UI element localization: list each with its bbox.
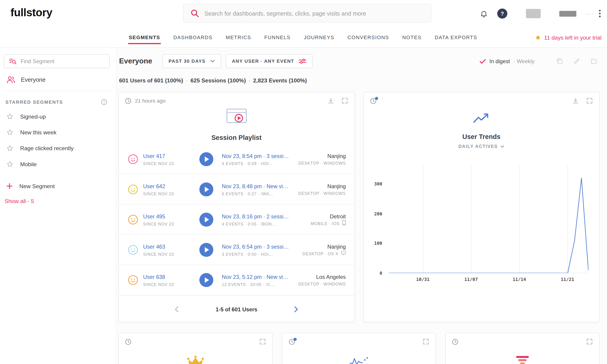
- clock-icon: [125, 338, 132, 345]
- copy-icon[interactable]: [556, 58, 563, 65]
- card-title: Session Playlist: [119, 134, 354, 142]
- play-session-button[interactable]: [199, 152, 213, 166]
- x-axis-labels: 10/3111/0711/1411/21: [388, 276, 588, 284]
- play-session-button[interactable]: [199, 243, 213, 257]
- tab-data-exports[interactable]: DATA EXPORTS: [435, 27, 477, 47]
- find-segment-input[interactable]: [21, 58, 105, 64]
- user-link[interactable]: User 495: [143, 213, 165, 219]
- digest-label: In digest: [489, 58, 510, 64]
- user-link[interactable]: User 638: [143, 274, 165, 280]
- help-icon[interactable]: ?: [497, 9, 507, 19]
- event-filter-button[interactable]: ANY USER · ANY EVENT: [226, 54, 313, 68]
- user-since: SINCE NOV 23: [143, 191, 189, 196]
- user-avatar-smiley-icon: [128, 184, 138, 194]
- next-page-icon[interactable]: [294, 306, 298, 313]
- pagination-text: 1-5 of 601 Users: [216, 306, 257, 312]
- user-link[interactable]: User 642: [143, 183, 165, 189]
- segment-label: Rage clicked recently: [20, 145, 74, 151]
- sparkline-icon: [282, 333, 436, 364]
- user-avatar-smiley-icon: [128, 154, 138, 164]
- sidebar-item-rage-clicked[interactable]: Rage clicked recently: [4, 140, 110, 156]
- toolbar-actions: In digest · Weekly: [479, 58, 600, 65]
- sidebar-item-signed-up[interactable]: Signed-up: [4, 108, 110, 124]
- bell-icon[interactable]: [480, 9, 488, 18]
- global-search-bar[interactable]: [183, 4, 431, 22]
- play-session-button[interactable]: [199, 182, 213, 196]
- star-icon[interactable]: [6, 113, 14, 120]
- session-link[interactable]: Nov 23, 8:16 pm · 2 sessi…: [222, 213, 289, 219]
- trial-countdown-text: 11 days left in your trial: [544, 34, 602, 40]
- everyone-label: Everyone: [21, 76, 45, 83]
- user-link[interactable]: User 417: [143, 153, 165, 159]
- date-range-label: PAST 30 DAYS: [168, 58, 205, 64]
- segments-sidebar: Everyone STARRED SEGMENTS Signed-up New …: [0, 48, 116, 364]
- user-since: SINCE NOV 23: [143, 161, 189, 166]
- fullstory-logo[interactable]: fullstory: [11, 7, 52, 19]
- x-tick-label: 11/14: [512, 276, 526, 282]
- sidebar-item-mobile[interactable]: Mobile: [4, 156, 110, 172]
- user-trends-chart: 0100200300 10/3111/0711/1411/21: [370, 165, 595, 288]
- date-range-dropdown[interactable]: PAST 30 DAYS: [162, 54, 221, 68]
- edit-icon[interactable]: [573, 58, 580, 65]
- session-link[interactable]: Nov 23, 5:12 pm · New vi…: [222, 274, 288, 280]
- metric-selector[interactable]: DAILY ACTIVES: [364, 144, 599, 149]
- download-icon[interactable]: [327, 97, 334, 104]
- top-users-card: [118, 333, 273, 364]
- segment-search-icon: [9, 58, 16, 65]
- expand-icon[interactable]: [586, 97, 593, 104]
- overflow-menu-icon[interactable]: [599, 10, 601, 17]
- play-session-button[interactable]: [199, 212, 213, 226]
- user-link[interactable]: User 463: [143, 243, 165, 249]
- user-since: SINCE NOV 23: [143, 252, 189, 256]
- tab-segments[interactable]: SEGMENTS: [129, 27, 160, 47]
- expand-icon[interactable]: [586, 338, 593, 345]
- prev-page-icon[interactable]: [174, 306, 179, 313]
- folder-icon[interactable]: [590, 58, 597, 65]
- show-all-link[interactable]: Show all - 5: [5, 198, 34, 204]
- find-segment-box[interactable]: [4, 54, 110, 68]
- expand-icon[interactable]: [341, 97, 348, 104]
- download-icon[interactable]: [572, 97, 579, 104]
- tab-journeys[interactable]: JOURNEYS: [304, 27, 334, 47]
- blurred-user-name: [559, 11, 576, 16]
- user-avatar-smiley-icon: [128, 275, 138, 285]
- session-link[interactable]: Nov 23, 6:54 pm · 3 sessi…: [222, 243, 289, 249]
- tab-metrics[interactable]: METRICS: [226, 27, 251, 47]
- primary-nav: SEGMENTS DASHBOARDS METRICS FUNNELS JOUR…: [0, 27, 607, 48]
- session-row: User 495 SINCE NOV 23 Nov 23, 8:16 pm · …: [119, 204, 354, 235]
- sidebar-item-new-this-week[interactable]: New this week: [4, 124, 110, 140]
- phone-icon: [342, 220, 346, 226]
- session-link[interactable]: Nov 23, 8:48 pm · New vi…: [222, 183, 288, 189]
- session-row: User 463 SINCE NOV 23 Nov 23, 6:54 pm · …: [119, 235, 354, 265]
- tab-notes[interactable]: NOTES: [402, 27, 422, 47]
- last-updated-text: 21 hours ago: [135, 98, 166, 104]
- sidebar-item-everyone[interactable]: Everyone: [4, 68, 110, 91]
- play-session-button[interactable]: [199, 273, 213, 287]
- metric-label: DAILY ACTIVES: [458, 144, 498, 149]
- global-search-input[interactable]: [205, 10, 424, 16]
- session-location: Los Angeles: [298, 274, 346, 280]
- tab-dashboards[interactable]: DASHBOARDS: [173, 27, 212, 47]
- tab-conversions[interactable]: CONVERSIONS: [347, 27, 389, 47]
- trial-countdown[interactable]: 11 days left in your trial: [535, 27, 602, 48]
- tab-funnels[interactable]: FUNNELS: [264, 27, 291, 47]
- session-link[interactable]: Nov 23, 8:54 pm · 3 sessi…: [222, 153, 289, 159]
- chevron-down-icon: [210, 60, 215, 63]
- event-filter-label: ANY USER · ANY EVENT: [232, 58, 294, 64]
- star-icon[interactable]: [6, 144, 14, 152]
- session-location: Detroit: [311, 213, 346, 219]
- fullstory-app: fullstory ? ··· SEGMENTS: [0, 0, 607, 364]
- app-header: fullstory ? ···: [0, 0, 607, 27]
- info-icon[interactable]: [101, 99, 108, 105]
- expand-icon[interactable]: [259, 338, 266, 345]
- new-segment-button[interactable]: New Segment: [4, 178, 110, 194]
- star-icon[interactable]: [6, 160, 14, 168]
- crown-icon: [119, 333, 272, 364]
- star-icon[interactable]: [6, 129, 14, 136]
- session-device: DESKTOP · OS X: [303, 251, 339, 256]
- y-tick-label: 100: [374, 241, 382, 246]
- expand-icon[interactable]: [423, 338, 429, 345]
- digest-toggle[interactable]: In digest · Weekly: [479, 58, 535, 64]
- card-title: User Trends: [364, 133, 599, 141]
- session-device: MOBILE · IOS: [311, 221, 340, 225]
